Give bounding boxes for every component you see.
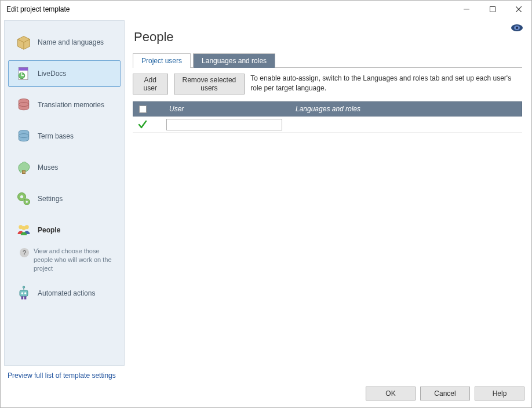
database-icon xyxy=(14,96,33,114)
sidebar-item-label: Term bases xyxy=(38,132,74,140)
row-user-cell xyxy=(166,119,293,130)
svg-point-24 xyxy=(21,292,24,294)
page-title: People xyxy=(134,30,522,45)
preview-settings-link[interactable]: Preview full list of template settings xyxy=(8,371,116,380)
box-icon xyxy=(14,33,33,52)
svg-rect-9 xyxy=(19,68,28,71)
sidebar-item-label: Translation memories xyxy=(38,101,104,109)
sidebar-item-people[interactable]: People xyxy=(8,217,121,243)
column-header-user[interactable]: User xyxy=(167,105,293,113)
sidebar-item-automated-actions[interactable]: Automated actions xyxy=(8,280,121,307)
sidebar-item-label: Settings xyxy=(38,195,63,203)
sidebar-item-term-bases[interactable]: Term bases xyxy=(8,123,121,150)
termbase-icon xyxy=(14,127,33,145)
gear-icon xyxy=(14,190,33,208)
user-input[interactable] xyxy=(166,119,282,130)
dialog-footer: Preview full list of template settings O… xyxy=(1,368,531,407)
check-icon xyxy=(137,119,148,130)
ok-button[interactable]: OK xyxy=(366,387,416,400)
svg-rect-28 xyxy=(21,296,24,299)
minimize-button[interactable] xyxy=(453,1,479,18)
svg-rect-23 xyxy=(20,290,28,296)
sidebar-item-label: LiveDocs xyxy=(38,70,66,78)
help-icon: ? xyxy=(20,248,29,257)
add-user-button[interactable]: Add user xyxy=(133,74,168,94)
main-panel: People Project users Languages and roles… xyxy=(125,18,531,368)
sidebar-item-livedocs[interactable]: LiveDocs xyxy=(8,60,121,87)
titlebar: Edit project template xyxy=(1,1,531,18)
dialog-window: Edit project template Name and languages xyxy=(0,0,532,408)
robot-icon xyxy=(14,284,33,303)
close-icon xyxy=(516,6,522,12)
maximize-button[interactable] xyxy=(479,1,505,18)
svg-point-17 xyxy=(20,195,23,198)
window-title: Edit project template xyxy=(6,5,453,13)
sidebar-item-label: Name and languages xyxy=(38,38,104,46)
people-desc-text: View and choose those people who will wo… xyxy=(34,247,118,273)
svg-point-27 xyxy=(23,286,25,288)
sidebar-item-settings[interactable]: Settings xyxy=(8,185,121,212)
svg-rect-1 xyxy=(490,7,495,12)
table-header: User Languages and roles xyxy=(133,101,522,116)
window-controls xyxy=(453,1,531,18)
livedocs-icon xyxy=(14,64,33,83)
svg-rect-29 xyxy=(24,296,27,299)
sidebar: Name and languages LiveDocs Translation … xyxy=(4,20,125,366)
column-header-roles[interactable]: Languages and roles xyxy=(293,105,522,113)
button-row: OK Cancel Help xyxy=(8,387,524,400)
remove-users-button[interactable]: Remove selected users xyxy=(174,74,245,94)
sidebar-item-muses[interactable]: Muses xyxy=(8,154,121,181)
help-button[interactable]: Help xyxy=(475,387,524,400)
maximize-icon xyxy=(490,6,495,12)
people-icon xyxy=(14,221,33,239)
muse-icon xyxy=(14,158,33,177)
sidebar-item-name-languages[interactable]: Name and languages xyxy=(8,29,121,56)
dialog-body: Name and languages LiveDocs Translation … xyxy=(1,18,531,368)
tab-languages-roles[interactable]: Languages and roles xyxy=(193,53,275,68)
sidebar-item-label: Automated actions xyxy=(38,289,95,297)
auto-assign-hint: To enable auto-assign, switch to the Lan… xyxy=(250,74,522,93)
tab-project-users[interactable]: Project users xyxy=(133,53,191,68)
svg-point-25 xyxy=(24,292,27,294)
sidebar-people-description: ? View and choose those people who will … xyxy=(5,246,124,278)
row-status-icon xyxy=(133,119,166,130)
select-all-checkbox[interactable] xyxy=(139,105,147,113)
eye-icon[interactable] xyxy=(511,24,523,32)
svg-point-22 xyxy=(22,226,26,230)
table-row xyxy=(133,116,522,133)
sidebar-item-label: Muses xyxy=(38,163,58,172)
tab-strip: Project users Languages and roles xyxy=(133,53,522,68)
svg-point-19 xyxy=(26,201,28,203)
cancel-button[interactable]: Cancel xyxy=(420,387,470,400)
svg-rect-15 xyxy=(22,170,25,173)
toolbar: Add user Remove selected users To enable… xyxy=(133,74,522,94)
column-checkbox xyxy=(133,105,167,113)
minimize-icon xyxy=(464,6,469,12)
sidebar-item-label: People xyxy=(38,226,60,234)
sidebar-item-translation-memories[interactable]: Translation memories xyxy=(8,92,121,118)
svg-point-32 xyxy=(516,27,518,29)
close-button[interactable] xyxy=(505,1,531,18)
